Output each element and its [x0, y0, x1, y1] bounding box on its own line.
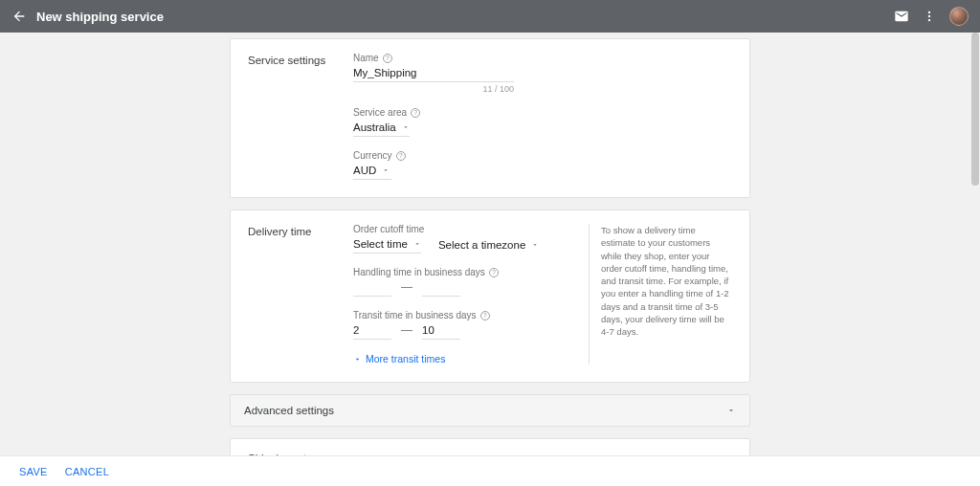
section-label-service: Service settings	[248, 53, 353, 180]
advanced-settings-toggle[interactable]: Advanced settings	[230, 394, 750, 427]
mail-icon[interactable]	[894, 9, 909, 24]
shipping-rates-card: Shipping rates Here you can create multi…	[230, 438, 750, 455]
chevron-down-icon	[531, 241, 539, 249]
save-button[interactable]: SAVE	[19, 466, 48, 477]
more-vert-icon[interactable]	[923, 10, 936, 23]
cancel-button[interactable]: CANCEL	[65, 466, 109, 477]
chevron-down-icon	[402, 123, 410, 131]
app-header: New shipping service	[0, 0, 980, 33]
range-dash: —	[401, 280, 412, 297]
section-label-delivery: Delivery time	[248, 224, 353, 364]
svg-point-0	[928, 11, 930, 13]
cutoff-label: Order cutoff time	[353, 224, 424, 234]
handling-max-input[interactable]	[422, 277, 460, 297]
page-scroll[interactable]: Service settings Name ? My_Shipping 11 /…	[0, 38, 980, 455]
name-input[interactable]: My_Shipping	[353, 63, 514, 82]
help-icon[interactable]: ?	[480, 311, 490, 320]
advanced-label: Advanced settings	[244, 405, 334, 416]
name-field: Name ? My_Shipping 11 / 100	[353, 53, 732, 94]
chevron-down-icon	[382, 166, 390, 174]
area-field: Service area ? Australia	[353, 107, 732, 137]
name-counter: 11 / 100	[353, 84, 514, 94]
service-settings-card: Service settings Name ? My_Shipping 11 /…	[230, 38, 750, 198]
help-icon[interactable]: ?	[396, 151, 406, 161]
currency-label: Currency	[353, 150, 392, 161]
area-label: Service area	[353, 107, 407, 118]
handling-min-input[interactable]	[353, 277, 391, 297]
svg-point-1	[928, 15, 930, 17]
chevron-down-icon	[413, 240, 421, 248]
handling-label: Handling time in business days	[353, 267, 485, 277]
footer-bar: SAVE CANCEL	[0, 455, 980, 486]
cutoff-time-select[interactable]: Select time	[353, 234, 421, 254]
chevron-down-icon	[726, 406, 736, 415]
chevron-down-icon	[353, 354, 362, 364]
range-dash: —	[401, 323, 412, 340]
cutoff-timezone-select[interactable]: Select a timezone	[438, 234, 539, 254]
help-icon[interactable]: ?	[489, 268, 499, 277]
page-title: New shipping service	[36, 10, 164, 24]
transit-min-input[interactable]: 2	[353, 320, 391, 340]
transit-max-input[interactable]: 10	[422, 320, 460, 340]
transit-label: Transit time in business days	[353, 310, 477, 320]
cutoff-field: Order cutoff time Select time Select a t…	[353, 224, 577, 254]
delivery-info: To show a delivery time estimate to your…	[589, 224, 732, 364]
help-icon[interactable]: ?	[383, 54, 392, 63]
handling-field: Handling time in business days ? —	[353, 267, 577, 297]
svg-point-2	[928, 19, 930, 21]
name-label: Name	[353, 53, 379, 63]
delivery-time-card: Delivery time Order cutoff time Select t…	[230, 210, 750, 383]
help-icon[interactable]: ?	[411, 108, 420, 118]
back-icon[interactable]	[11, 9, 27, 24]
scrollbar-thumb[interactable]	[971, 33, 979, 186]
avatar[interactable]	[949, 7, 969, 26]
transit-field: Transit time in business days ? 2 — 10	[353, 310, 577, 340]
more-transit-link[interactable]: More transit times	[353, 353, 577, 364]
currency-select[interactable]: AUD	[353, 161, 391, 180]
area-select[interactable]: Australia	[353, 118, 410, 137]
currency-field: Currency ? AUD	[353, 150, 732, 180]
